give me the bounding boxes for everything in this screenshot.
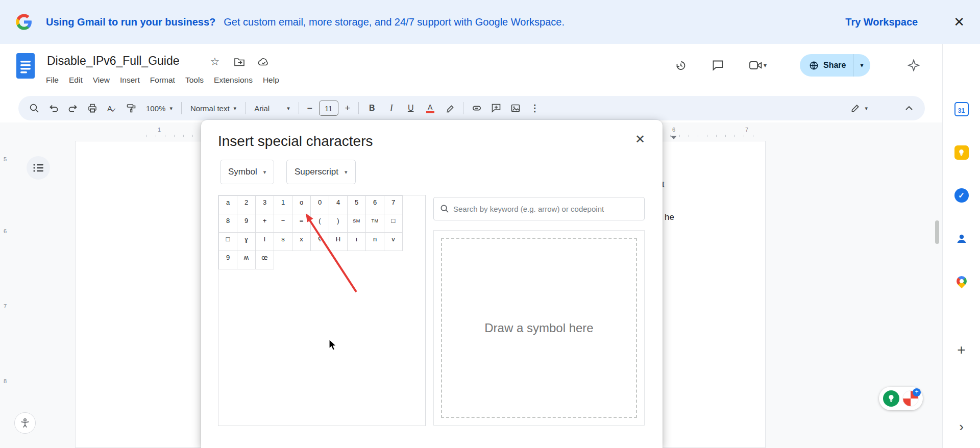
char-cell-x[interactable]: x — [292, 232, 311, 251]
paint-format-button[interactable] — [121, 98, 141, 118]
share-button-main[interactable]: Share — [800, 54, 853, 77]
insert-link-button[interactable] — [467, 98, 486, 118]
font-size-field[interactable]: 11 — [319, 101, 338, 116]
char-cell-a[interactable]: a — [218, 195, 237, 214]
more-toolbar-options-button[interactable]: ⋮ — [525, 98, 545, 118]
char-cell-8[interactable]: 8 — [218, 214, 237, 233]
char-cell-3[interactable]: 3 — [255, 195, 274, 214]
insert-image-button[interactable] — [506, 98, 525, 118]
lightbulb-extension-icon[interactable] — [883, 390, 899, 407]
redo-button[interactable] — [63, 98, 83, 118]
decrease-font-size-button[interactable]: − — [303, 98, 317, 118]
char-cell-ʕ[interactable]: ʕ — [310, 232, 329, 251]
category-dropdown[interactable]: Symbol ▾ — [220, 160, 274, 184]
share-dropdown-icon[interactable]: ▾ — [853, 62, 870, 69]
char-cell-SM[interactable]: SM — [347, 214, 366, 233]
char-cell-+[interactable]: + — [255, 214, 274, 233]
underline-button[interactable]: U — [401, 98, 421, 118]
document-scrollbar-thumb[interactable] — [935, 220, 939, 244]
char-cell-□[interactable]: □ — [384, 214, 403, 233]
star-icon[interactable]: ☆ — [208, 55, 222, 68]
try-workspace-link[interactable]: Try Workspace — [845, 16, 918, 28]
char-cell-9[interactable]: 9 — [218, 251, 237, 269]
maps-icon[interactable] — [951, 271, 972, 291]
char-cell-7[interactable]: 7 — [384, 195, 403, 214]
right-indent-marker[interactable] — [671, 136, 677, 139]
char-cell-□[interactable]: □ — [218, 232, 237, 251]
text-color-button[interactable]: A — [421, 98, 440, 118]
text-color-icon: A — [426, 104, 434, 113]
print-button[interactable] — [83, 98, 102, 118]
undo-button[interactable] — [44, 98, 63, 118]
search-menus-button[interactable] — [24, 98, 44, 118]
share-button[interactable]: Share ▾ — [800, 54, 870, 77]
char-cell-s[interactable]: s — [274, 232, 292, 251]
char-cell-0[interactable]: 0 — [310, 195, 329, 214]
tasks-icon[interactable]: ✓ — [951, 185, 972, 206]
char-cell-ɣ[interactable]: ɣ — [237, 232, 256, 251]
accessibility-button[interactable] — [14, 412, 36, 434]
char-cell-i[interactable]: i — [347, 232, 366, 251]
zoom-dropdown[interactable]: 100% ▾ — [141, 104, 178, 113]
char-cell-=[interactable]: = — [292, 214, 311, 233]
char-cell-−[interactable]: − — [274, 214, 292, 233]
char-cell-o[interactable]: o — [292, 195, 311, 214]
calendar-icon[interactable]: 31 — [951, 99, 972, 119]
font-dropdown[interactable]: Arial ▾ — [249, 104, 295, 113]
move-folder-icon[interactable] — [233, 55, 246, 68]
pinwheel-extension-icon[interactable]: + — [902, 390, 919, 407]
draw-symbol-panel[interactable]: Draw a symbol here — [433, 230, 645, 426]
document-outline-button[interactable] — [27, 156, 50, 180]
dialog-close-icon[interactable]: ✕ — [635, 133, 645, 145]
char-cell-9[interactable]: 9 — [237, 214, 256, 233]
join-call-button[interactable]: ▾ — [741, 54, 775, 77]
menu-format[interactable]: Format — [145, 73, 180, 87]
show-side-panel-button[interactable]: › — [951, 416, 972, 437]
char-cell-ʍ[interactable]: ʍ — [237, 251, 256, 269]
char-cell-2[interactable]: 2 — [237, 195, 256, 214]
char-cell-5[interactable]: 5 — [347, 195, 366, 214]
char-cell-H[interactable]: H — [329, 232, 348, 251]
menu-extensions[interactable]: Extensions — [209, 73, 258, 87]
subcategory-dropdown[interactable]: Superscript ▾ — [286, 160, 356, 184]
menu-view[interactable]: View — [88, 73, 115, 87]
char-cell-œ[interactable]: œ — [255, 251, 274, 269]
menu-edit[interactable]: Edit — [64, 73, 88, 87]
paragraph-style-dropdown[interactable]: Normal text ▾ — [185, 104, 241, 113]
comments-button[interactable] — [706, 54, 729, 77]
draw-symbol-canvas[interactable]: Draw a symbol here — [441, 238, 637, 418]
char-cell-l[interactable]: l — [255, 232, 274, 251]
italic-button[interactable]: I — [382, 98, 401, 118]
version-history-button[interactable] — [670, 54, 692, 77]
char-cell-n[interactable]: n — [365, 232, 384, 251]
menu-tools[interactable]: Tools — [180, 73, 209, 87]
char-cell-6[interactable]: 6 — [365, 195, 384, 214]
keep-icon[interactable] — [951, 142, 972, 163]
gemini-button[interactable] — [902, 54, 925, 77]
symbol-search-input[interactable] — [453, 205, 638, 213]
char-cell-TM[interactable]: TM — [365, 214, 384, 233]
google-docs-icon[interactable] — [15, 52, 36, 80]
char-cell-([interactable]: ( — [310, 214, 329, 233]
char-cell-v[interactable]: v — [384, 232, 403, 251]
menu-help[interactable]: Help — [258, 73, 284, 87]
extension-widgets[interactable]: + — [879, 387, 923, 410]
zoom-value: 100% — [146, 104, 165, 113]
char-cell-1[interactable]: 1 — [274, 195, 292, 214]
char-cell-)[interactable]: ) — [329, 214, 348, 233]
add-comment-button[interactable] — [486, 98, 506, 118]
bold-button[interactable]: B — [362, 98, 382, 118]
document-status-cloud-icon[interactable] — [257, 55, 271, 68]
increase-font-size-button[interactable]: + — [340, 98, 355, 118]
menu-insert[interactable]: Insert — [115, 73, 145, 87]
highlight-color-button[interactable] — [440, 98, 459, 118]
char-cell-4[interactable]: 4 — [329, 195, 348, 214]
editing-mode-dropdown[interactable]: ▾ — [845, 103, 873, 113]
hide-menus-button[interactable] — [899, 98, 919, 118]
get-addons-button[interactable]: + — [951, 340, 972, 360]
banner-close-icon[interactable]: ✕ — [953, 15, 965, 29]
contacts-icon[interactable] — [951, 229, 972, 249]
document-title[interactable]: Disable_IPv6_Full_Guide — [47, 54, 180, 68]
spellcheck-button[interactable]: A✓ — [102, 98, 121, 118]
menu-file[interactable]: File — [41, 73, 64, 87]
